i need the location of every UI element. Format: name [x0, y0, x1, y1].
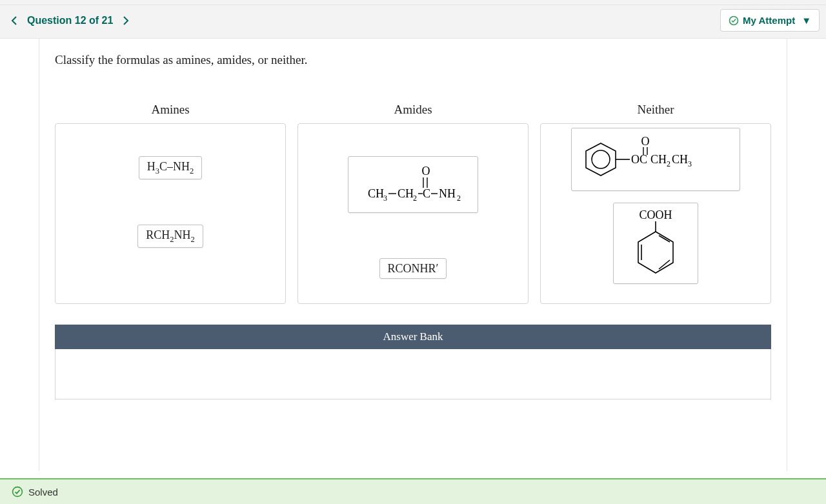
svg-text:OC: OC — [631, 153, 647, 166]
tile-benzoic-acid[interactable]: COOH — [613, 203, 698, 284]
tile-rch2nh2[interactable]: RCH2NH2 — [137, 225, 203, 248]
column-neither: Neither OC O — [540, 103, 771, 304]
chevron-left-icon — [10, 15, 18, 26]
classification-columns: Amines H3C–NH2 RCH2NH2 Amides O — [55, 103, 771, 304]
prev-question-button[interactable] — [6, 13, 22, 28]
formula-h3c-nh2: H3C–NH2 — [147, 161, 194, 175]
dropzone-amides[interactable]: O CH 3 CH 2 C NH 2 — [297, 123, 529, 304]
check-circle-icon — [12, 486, 23, 498]
question-counter: Question 12 of 21 — [27, 15, 113, 26]
my-attempt-label: My Attempt — [743, 15, 795, 26]
formula-rconhr: RCONHR′ — [388, 263, 439, 274]
formula-rch2nh2: RCH2NH2 — [146, 229, 195, 243]
column-title-neither: Neither — [638, 103, 674, 117]
svg-text:CH: CH — [650, 153, 667, 166]
tile-h3c-nh2[interactable]: H3C–NH2 — [139, 156, 203, 179]
svg-text:O: O — [641, 135, 650, 148]
question-navbar: Question 12 of 21 My Attempt ▼ — [0, 5, 826, 39]
tile-propanamide[interactable]: O CH 3 CH 2 C NH 2 — [348, 156, 478, 213]
column-title-amides: Amides — [394, 103, 432, 117]
svg-point-31 — [13, 487, 23, 497]
chevron-right-icon — [122, 15, 130, 26]
svg-text:2: 2 — [457, 194, 461, 203]
svg-text:3: 3 — [688, 159, 692, 168]
svg-text:2: 2 — [413, 194, 417, 203]
svg-text:2: 2 — [667, 159, 670, 168]
svg-marker-14 — [586, 143, 616, 176]
my-attempt-dropdown[interactable]: My Attempt ▼ — [720, 9, 820, 32]
dropzone-neither[interactable]: OC O CH 2 CH 3 COOH — [540, 123, 771, 304]
next-question-button[interactable] — [118, 13, 134, 28]
dropzone-amines[interactable]: H3C–NH2 RCH2NH2 — [55, 123, 286, 304]
answer-bank-header: Answer Bank — [55, 325, 771, 349]
tile-phenyl-propanoate[interactable]: OC O CH 2 CH 3 — [571, 128, 740, 191]
svg-text:C: C — [423, 187, 430, 200]
question-card: Classify the formulas as amines, amides,… — [39, 39, 787, 471]
formula-propanamide: O CH 3 CH 2 C NH 2 — [355, 162, 471, 207]
svg-text:O: O — [422, 165, 430, 177]
check-circle-icon — [729, 15, 739, 26]
svg-text:COOH: COOH — [639, 208, 672, 221]
formula-benzoic-acid: COOH — [620, 208, 691, 278]
column-amides: Amides O CH 3 CH 2 C NH — [297, 103, 529, 304]
svg-text:3: 3 — [383, 194, 387, 203]
answer-bank-dropzone[interactable] — [55, 349, 771, 399]
column-amines: Amines H3C–NH2 RCH2NH2 — [55, 103, 286, 304]
solved-label: Solved — [28, 487, 58, 498]
svg-marker-27 — [638, 232, 673, 273]
svg-text:NH: NH — [439, 187, 456, 200]
svg-point-15 — [592, 150, 610, 168]
svg-text:CH: CH — [368, 187, 384, 200]
solved-banner: Solved — [0, 478, 826, 504]
svg-text:CH: CH — [672, 153, 688, 166]
question-prompt: Classify the formulas as amines, amides,… — [55, 53, 771, 67]
caret-down-icon: ▼ — [801, 15, 811, 26]
formula-phenyl-propanoate: OC O CH 2 CH 3 — [578, 134, 733, 185]
tile-rconhr[interactable]: RCONHR′ — [379, 258, 447, 279]
svg-text:CH: CH — [398, 187, 414, 200]
column-title-amines: Amines — [151, 103, 189, 117]
answer-bank: Answer Bank — [55, 325, 771, 399]
